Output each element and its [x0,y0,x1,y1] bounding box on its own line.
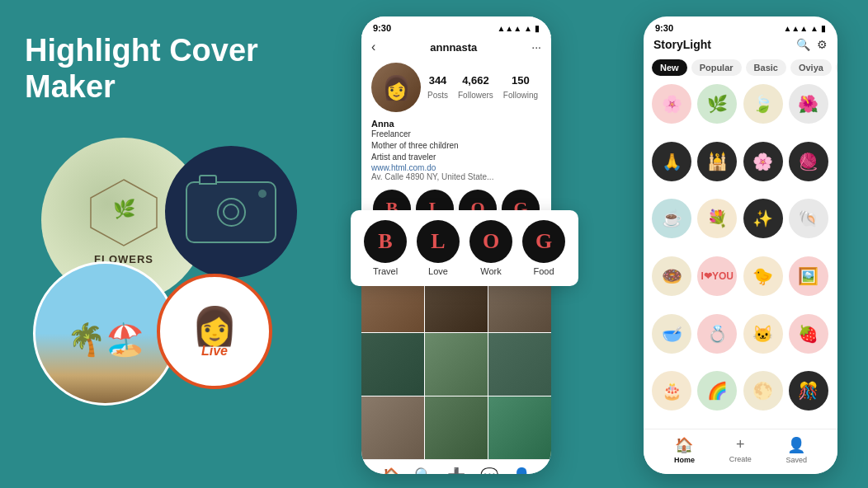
battery-icon: ▮ [535,24,540,33]
followers-stat: 4,662 Followers [458,74,493,101]
flowers-hexagon-icon: 🌿 [87,176,161,250]
wifi-icon: ▲ [524,24,532,33]
phone1-header: ‹ annnasta ··· [361,36,551,59]
grid-cell-8 [425,396,488,459]
blog-travel-bubble[interactable]: B Travel [364,220,407,276]
camera-lens-icon [217,198,246,227]
signal-icon: ▲▲▲ [497,24,521,33]
blog-work-bubble[interactable]: O Work [469,220,512,276]
cover-icon-18[interactable]: 💍 [697,314,737,354]
cover-icon-4[interactable]: 🌺 [789,84,828,124]
cover-icon-19[interactable]: 🐱 [743,314,783,354]
cat-tab-chic[interactable]: Chic [836,59,837,76]
followers-label: Followers [458,91,493,100]
blog-g-circle: G [522,220,565,263]
saved-bottom-nav[interactable]: 👤 Saved [786,436,808,464]
cover-icon-7[interactable]: 🌸 [743,142,783,181]
following-count: 150 [503,74,538,87]
cover-icon-22[interactable]: 🌈 [697,371,737,411]
blog-overlay: B Travel L Love O Work G Food [351,210,578,286]
phone1-bottom-nav: 🏠 🔍 ➕ 💬 👤 [361,459,551,474]
add-nav-icon[interactable]: ➕ [447,467,465,474]
cover-icon-5[interactable]: 🙏 [652,142,691,181]
back-button[interactable]: ‹ [371,40,375,54]
cover-icon-17[interactable]: 🥣 [652,314,691,354]
profile-username: annnasta [430,41,477,54]
bio-line3: Artist and traveler [371,152,541,163]
cover-icon-12[interactable]: 🐚 [789,199,828,238]
phone2-header: StoryLight 🔍 ⚙ [644,36,837,56]
profile-bio: Anna Freelancer Mother of three children… [361,117,551,185]
circle-camera [165,146,297,278]
home-nav-icon[interactable]: 🏠 [382,467,400,474]
cover-icon-6[interactable]: 🕌 [697,142,737,181]
blog-food-label: Food [533,266,554,276]
left-section: Highlight Cover Maker 🌿 Flowers [25,33,338,418]
cover-icon-14[interactable]: I❤YOU [697,256,737,296]
bio-line2: Mother of three children [371,140,541,152]
more-options-button[interactable]: ··· [531,40,541,54]
cover-icon-23[interactable]: 🌕 [743,371,783,411]
cover-icon-24[interactable]: 🎊 [789,371,828,411]
create-bottom-label: Create [729,455,752,463]
cover-icon-9[interactable]: ☕ [652,199,691,238]
cat-tab-basic[interactable]: Basic [746,59,786,76]
grid-cell-6 [488,333,551,396]
posts-count: 344 [427,74,448,87]
cover-icon-3[interactable]: 🍃 [743,84,783,124]
posts-label: Posts [427,91,448,100]
bio-location: Av. Calle 4890 NY, United State... [371,172,541,181]
posts-stat: 344 Posts [427,74,448,101]
bio-link[interactable]: www.html.com.do [371,163,541,172]
cover-icon-8[interactable]: 🧶 [789,142,828,181]
saved-bottom-label: Saved [786,456,808,464]
app-name: StoryLight [653,38,711,51]
phone2-battery-icon: ▮ [821,24,826,33]
cover-icon-16[interactable]: 🖼️ [789,256,828,296]
create-bottom-nav[interactable]: + Create [729,436,752,464]
phone2-time: 9:30 [655,23,673,33]
grid-cell-7 [361,396,424,459]
blog-o-circle: O [469,220,512,263]
photo-grid [361,270,551,459]
search-header-icon[interactable]: 🔍 [796,38,810,51]
home-bottom-nav[interactable]: 🏠 Home [674,436,695,464]
cover-icon-2[interactable]: 🌿 [697,84,737,124]
blog-b-circle: B [364,220,407,263]
home-bottom-label: Home [674,456,695,464]
blog-love-bubble[interactable]: L Love [417,220,460,276]
phone1-status-icons: ▲▲▲ ▲ ▮ [497,23,540,33]
cover-icon-15[interactable]: 🐤 [743,256,783,296]
messenger-nav-icon[interactable]: 💬 [480,467,498,474]
phone2-status-bar: 9:30 ▲▲▲ ▲ ▮ [644,16,837,36]
cover-icon-13[interactable]: 🍩 [652,256,691,296]
phone2-header-icons: 🔍 ⚙ [796,38,828,51]
cover-icon-20[interactable]: 🍓 [789,314,828,354]
circle-live: 👩 Live [157,274,272,389]
cat-tab-new[interactable]: New [652,59,687,76]
search-nav-icon[interactable]: 🔍 [414,467,432,474]
phone2-status-icons: ▲▲▲ ▲ ▮ [783,23,826,33]
grid-cell-9 [488,396,551,459]
phone1-profile-section: 👩 344 Posts 4,662 Followers 150 Followin… [361,59,551,117]
main-title: Highlight Cover Maker [25,33,338,105]
blog-travel-label: Travel [373,266,398,276]
phone2-signal-icon: ▲▲▲ [783,24,808,33]
cat-tab-popular[interactable]: Popular [691,59,742,76]
grid-cell-5 [425,333,488,396]
phone1-time: 9:30 [373,23,391,33]
cover-icon-1[interactable]: 🌸 [652,84,691,124]
profile-nav-icon[interactable]: 👤 [512,467,531,474]
cat-tab-oviya[interactable]: Oviya [790,59,832,76]
cover-circles: 🌿 Flowers 🌴🏖️ 👩 Live [25,121,322,418]
beach-icon: 🌴🏖️ [67,321,144,358]
settings-header-icon[interactable]: ⚙ [817,38,828,51]
blog-work-label: Work [480,266,501,276]
saved-bottom-icon: 👤 [787,436,805,454]
cover-icon-10[interactable]: 💐 [697,199,737,238]
cover-icon-21[interactable]: 🎂 [652,371,691,411]
blog-food-bubble[interactable]: G Food [522,220,565,276]
profile-stats: 344 Posts 4,662 Followers 150 Following [427,74,541,101]
cover-icon-11[interactable]: ✨ [743,199,783,238]
followers-count: 4,662 [458,74,493,87]
